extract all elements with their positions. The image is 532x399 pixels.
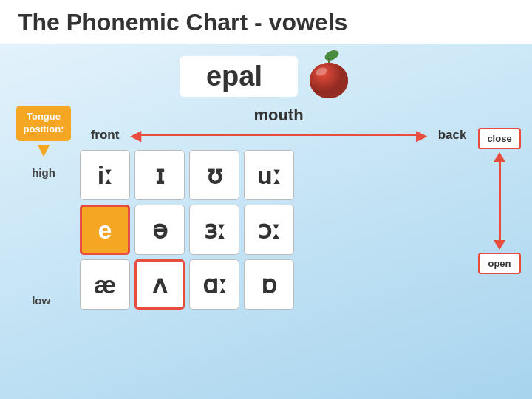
vowel-cell-o-long: ɔː bbox=[244, 205, 294, 255]
main-container: The Phonemic Chart - vowels epal bbox=[0, 0, 532, 399]
front-back-row: front ◀ ▶ back bbox=[80, 126, 477, 144]
vowel-cell-e: e bbox=[80, 205, 130, 255]
svg-point-3 bbox=[310, 63, 348, 98]
word-area: epal bbox=[0, 50, 532, 103]
tongue-label-line1: Tongue bbox=[27, 111, 61, 122]
arrow-left-icon: ◀ bbox=[130, 126, 141, 144]
svg-point-0 bbox=[323, 50, 340, 63]
high-low-labels: high low bbox=[32, 166, 55, 314]
front-label: front bbox=[80, 128, 130, 143]
vowel-cell-uu: uː bbox=[244, 150, 294, 200]
vowel-cell-ae: æ bbox=[80, 259, 130, 310]
open-label: open bbox=[478, 253, 521, 274]
tongue-label-line2: position: bbox=[24, 123, 64, 134]
title-bar: The Phonemic Chart - vowels bbox=[0, 0, 532, 44]
close-open-arrow-area bbox=[478, 149, 521, 253]
arrow-down-triangle bbox=[494, 240, 505, 250]
right-labels-area: close open bbox=[477, 106, 522, 314]
content-layout: Tongue position: ▼ high low mouth front … bbox=[0, 106, 532, 321]
tongue-position-label: Tongue position: bbox=[16, 106, 71, 141]
arrow-right-icon: ▶ bbox=[416, 126, 427, 144]
horizontal-arrow-line bbox=[141, 134, 416, 136]
vowel-cell-i: ɪ bbox=[134, 150, 185, 200]
vowel-cell-schwa: ə bbox=[134, 205, 185, 255]
vowel-cell-wedge: ʌ bbox=[134, 259, 185, 310]
vowel-cell-upsilon: ʊ bbox=[189, 150, 239, 200]
back-label: back bbox=[427, 128, 477, 143]
close-open-wrapper: close open bbox=[478, 128, 521, 274]
vowel-cell-a-long: ɑː bbox=[189, 259, 239, 310]
arrow-up-triangle bbox=[494, 152, 505, 162]
vowel-row-2: e ə ɜː ɔː bbox=[80, 205, 477, 255]
vowel-cell-open-o: ɒ bbox=[244, 259, 294, 310]
high-label: high bbox=[32, 166, 55, 179]
word-display: epal bbox=[180, 56, 298, 97]
page-title: The Phonemic Chart - vowels bbox=[18, 9, 347, 36]
vowel-cell-ii: iː bbox=[80, 150, 130, 200]
vertical-arrow-line bbox=[499, 162, 501, 240]
close-label: close bbox=[478, 128, 521, 149]
vowel-row-3: æ ʌ ɑː ɒ bbox=[80, 259, 477, 310]
center-chart: mouth front ◀ ▶ back iː ɪ ʊ uː e ə ɜː bbox=[80, 106, 477, 314]
tongue-arrow-down: ▼ bbox=[33, 140, 54, 160]
apple-svg bbox=[305, 50, 352, 100]
vowel-row-1: iː ɪ ʊ uː bbox=[80, 150, 477, 200]
apple-image bbox=[305, 50, 352, 103]
left-labels-area: Tongue position: ▼ high low bbox=[10, 106, 77, 314]
low-label: low bbox=[32, 294, 55, 307]
vowel-cell-open-mid: ɜː bbox=[189, 205, 239, 255]
mouth-label: mouth bbox=[80, 106, 477, 125]
